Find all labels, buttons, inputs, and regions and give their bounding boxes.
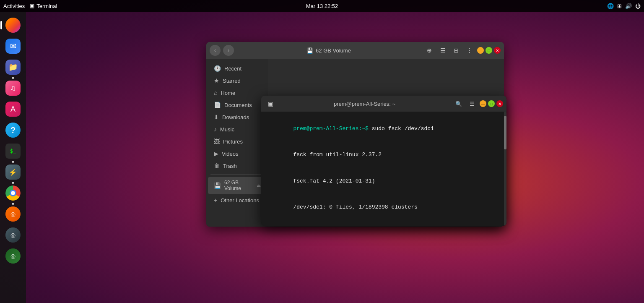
terminal-line-3: fsck.fat 4.2 (2021-01-31)	[267, 168, 501, 194]
sidebar-item-documents[interactable]: 📄 Documents	[208, 99, 267, 111]
topbar-power-icon[interactable]: ⏻	[635, 3, 641, 9]
terminal-title-text: prem@prem-All-Series: ~	[280, 101, 449, 107]
dock-item-firefox[interactable]	[4, 16, 22, 34]
topbar-volume-icon[interactable]: 🔊	[625, 3, 632, 9]
eject-button[interactable]: ⏏	[257, 183, 261, 188]
sidebar-item-starred[interactable]: ★ Starred	[208, 75, 267, 86]
activities-button[interactable]: Activities	[3, 3, 25, 9]
terminal-icon-dock: $_	[5, 144, 21, 159]
trash-icon: 🗑	[214, 162, 220, 169]
terminal-output-1: fsck from util-linux 2.37.2	[293, 152, 382, 158]
dock-item-app1[interactable]: ◎	[4, 205, 22, 223]
terminal-cmd-1: sudo fsck /dev/sdc1	[372, 125, 434, 132]
terminal-tab-icon[interactable]: ▣	[265, 98, 276, 110]
sidebar-item-pictures[interactable]: 🖼 Pictures	[208, 136, 267, 147]
terminal-maximize-button[interactable]: □	[488, 100, 495, 107]
close-button[interactable]: ✕	[494, 47, 501, 54]
app3-icon: ◎	[5, 248, 21, 264]
dock: ✉ 📁 ♫ A ? $_ ⚡	[0, 12, 26, 303]
topbar: Activities ▣ Terminal Mar 13 22:52 🌐 ⊞ 🔊…	[0, 0, 644, 12]
terminal-scrollbar-thumb	[504, 116, 506, 149]
terminal-line-5: prem@prem-All-Series:~$	[267, 221, 501, 226]
terminal-icon: ▣	[30, 3, 34, 9]
forward-button[interactable]: ›	[223, 45, 234, 56]
sidebar-item-volume[interactable]: 💾 62 GB Volume ⏏	[208, 177, 267, 194]
file-manager-controls: ⊕ ☰ ⊟ ⋮ — □ ✕	[423, 44, 501, 56]
file-manager-title: 💾 62 GB Volume	[236, 47, 421, 54]
terminal-minimize-button[interactable]: —	[480, 100, 486, 107]
usb-icon: ⚡	[5, 165, 21, 180]
appstore-icon: A	[5, 102, 21, 117]
minimize-button[interactable]: —	[477, 47, 484, 54]
music-icon: ♫	[5, 81, 21, 96]
dock-item-usb[interactable]: ⚡	[4, 163, 22, 181]
app1-icon: ◎	[5, 206, 21, 222]
firefox-icon	[5, 18, 21, 33]
terminal-line-4: /dev/sdc1: 0 files, 1/1892398 clusters	[267, 194, 501, 220]
terminal-taskbar-item[interactable]: ▣ Terminal	[30, 3, 57, 9]
volume-sidebar-icon: 💾	[214, 182, 221, 189]
volume-icon-title: 💾	[306, 47, 313, 54]
dock-item-appstore[interactable]: A	[4, 100, 22, 118]
back-button[interactable]: ‹	[210, 45, 221, 56]
dock-item-app2[interactable]: ◎	[4, 226, 22, 244]
terminal-controls: 🔍 ☰ — □ ✕	[453, 98, 503, 110]
topbar-datetime: Mar 13 22:52	[306, 3, 338, 9]
terminal-search-button[interactable]: 🔍	[453, 98, 465, 110]
terminal-window: ▣ prem@prem-All-Series: ~ 🔍 ☰ — □ ✕ prem…	[261, 96, 506, 226]
terminal-line-2: fsck from util-linux 2.37.2	[267, 142, 501, 168]
documents-icon: 📄	[214, 102, 221, 108]
terminal-body[interactable]: prem@prem-All-Series:~$ sudo fsck /dev/s…	[261, 112, 506, 226]
desktop: Activities ▣ Terminal Mar 13 22:52 🌐 ⊞ 🔊…	[0, 0, 644, 303]
terminal-output-3: /dev/sdc1: 0 files, 1/1892398 clusters	[293, 204, 417, 210]
terminal-output-2: fsck.fat 4.2 (2021-01-31)	[293, 178, 375, 184]
file-manager-titlebar: ‹ › 💾 62 GB Volume ⊕ ☰ ⊟ ⋮ — □ ✕	[206, 42, 504, 59]
view-list-button[interactable]: ☰	[437, 44, 449, 56]
view-toggle-button[interactable]: ⊟	[450, 44, 462, 56]
maximize-button[interactable]: □	[486, 47, 492, 54]
dock-item-mail[interactable]: ✉	[4, 37, 22, 55]
sidebar-item-downloads[interactable]: ⬇ Downloads	[208, 111, 267, 123]
terminal-scrollbar[interactable]	[504, 112, 506, 226]
dock-item-files[interactable]: 📁	[4, 58, 22, 76]
terminal-close-button[interactable]: ✕	[496, 100, 503, 107]
dock-item-app3[interactable]: ◎	[4, 247, 22, 265]
chrome-icon	[5, 185, 21, 201]
app2-icon: ◎	[5, 227, 21, 243]
terminal-titlebar: ▣ prem@prem-All-Series: ~ 🔍 ☰ — □ ✕	[261, 96, 506, 112]
sidebar-item-trash[interactable]: 🗑 Trash	[208, 160, 267, 172]
terminal-prompt-1: prem@prem-All-Series:~$	[293, 125, 371, 132]
files-icon: 📁	[5, 60, 21, 75]
file-manager-sidebar: 🕐 Recent ★ Starred ⌂ Home 📄 Documents ⬇	[206, 59, 268, 227]
sidebar-item-home[interactable]: ⌂ Home	[208, 87, 267, 99]
dock-item-help[interactable]: ?	[4, 121, 22, 139]
sidebar-item-other[interactable]: + Other Locations	[208, 194, 267, 206]
dock-item-chrome[interactable]	[4, 184, 22, 202]
music-sidebar-icon: ♪	[214, 126, 217, 133]
help-icon: ?	[5, 123, 21, 138]
search-button[interactable]: ⊕	[423, 44, 435, 56]
sidebar-item-recent[interactable]: 🕐 Recent	[208, 63, 267, 74]
starred-icon: ★	[214, 77, 219, 84]
mail-icon: ✉	[5, 39, 21, 54]
pictures-icon: 🖼	[214, 138, 220, 145]
topbar-network-icon[interactable]: ⊞	[617, 3, 622, 9]
terminal-line-1: prem@prem-All-Series:~$ sudo fsck /dev/s…	[267, 116, 501, 142]
recent-icon: 🕐	[214, 65, 221, 72]
other-icon: +	[214, 197, 217, 204]
downloads-icon: ⬇	[214, 114, 219, 120]
sidebar-separator	[210, 174, 264, 175]
home-icon: ⌂	[214, 89, 217, 96]
dock-item-terminal[interactable]: $_	[4, 142, 22, 160]
dock-item-music[interactable]: ♫	[4, 79, 22, 97]
terminal-menu-button[interactable]: ☰	[466, 98, 478, 110]
videos-icon: ▶	[214, 150, 218, 157]
sidebar-item-videos[interactable]: ▶ Videos	[208, 148, 267, 159]
topbar-browser-icon[interactable]: 🌐	[607, 3, 614, 9]
sidebar-item-music[interactable]: ♪ Music	[208, 123, 267, 135]
menu-button[interactable]: ⋮	[464, 44, 475, 56]
